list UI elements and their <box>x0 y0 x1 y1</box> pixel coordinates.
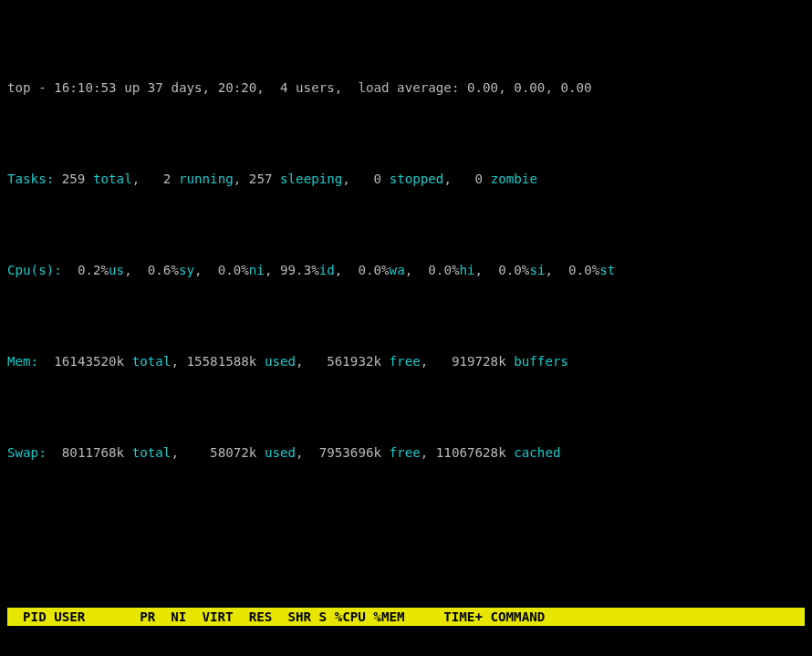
summary-cpu: Cpu(s): 0.2%us, 0.6%sy, 0.0%ni, 99.3%id,… <box>7 261 805 279</box>
terminal-screen[interactable]: top - 16:10:53 up 37 days, 20:20, 4 user… <box>0 0 812 656</box>
summary-tasks: Tasks: 259 total, 2 running, 257 sleepin… <box>7 170 805 188</box>
summary-mem: Mem: 16143520k total, 15581588k used, 56… <box>7 352 805 370</box>
blank-line <box>7 516 805 535</box>
process-header: PIDUSERPRNIVIRTRESSHRS%CPU%MEMTIME+COMMA… <box>7 608 805 626</box>
summary-uptime: top - 16:10:53 up 37 days, 20:20, 4 user… <box>7 78 805 97</box>
summary-swap: Swap: 8011768k total, 58072k used, 79536… <box>7 443 805 462</box>
